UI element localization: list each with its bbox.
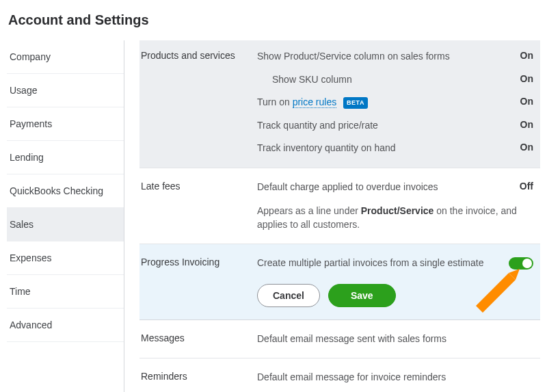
setting-desc: Turn on price rules BETA [257, 96, 499, 109]
section-label: Progress Invoicing [139, 257, 257, 307]
setting-row: Track inventory quantity on hand On [257, 142, 533, 155]
setting-desc: Default email message sent with sales fo… [257, 332, 533, 346]
setting-row: Track quantity and price/rate On [257, 119, 533, 133]
section-label: Late fees [139, 181, 257, 231]
sidebar-item-company[interactable]: Company [7, 40, 124, 74]
setting-desc: Create multiple partial invoices from a … [257, 257, 502, 270]
section-late-fees[interactable]: Late fees Default charge applied to over… [139, 168, 540, 244]
setting-state: On [499, 142, 533, 153]
settings-sidebar: Company Usage Payments Lending QuickBook… [7, 40, 124, 392]
sidebar-item-expenses[interactable]: Expenses [7, 241, 124, 275]
cancel-button[interactable]: Cancel [257, 284, 320, 307]
section-reminders[interactable]: Reminders Default email message for invo… [139, 358, 540, 392]
section-messages[interactable]: Messages Default email message sent with… [139, 320, 540, 359]
setting-desc: Default charge applied to overdue invoic… [257, 181, 499, 194]
section-label: Messages [139, 332, 257, 346]
section-products-services[interactable]: Products and services Show Product/Servi… [139, 40, 540, 168]
setting-state: On [499, 96, 533, 107]
setting-row: Default email message sent with sales fo… [257, 332, 533, 346]
sidebar-item-usage[interactable]: Usage [7, 74, 124, 107]
setting-state: Off [499, 181, 533, 192]
sidebar-item-advanced[interactable]: Advanced [7, 309, 124, 342]
sidebar-item-quickbooks-checking[interactable]: QuickBooks Checking [7, 174, 124, 208]
page-title: Account and Settings [8, 12, 540, 28]
setting-row: Show SKU column On [257, 73, 533, 87]
setting-subtext: Appears as a line under Product/Service … [257, 204, 533, 232]
setting-row: Turn on price rules BETA On [257, 96, 533, 109]
sidebar-item-time[interactable]: Time [7, 275, 124, 309]
setting-row: Default charge applied to overdue invoic… [257, 181, 533, 194]
beta-badge: BETA [343, 97, 368, 109]
save-button[interactable]: Save [328, 284, 396, 307]
setting-row: Show Product/Service column on sales for… [257, 50, 533, 64]
section-label: Products and services [139, 50, 257, 155]
price-rules-link[interactable]: price rules [293, 96, 337, 108]
setting-state: On [499, 50, 533, 61]
setting-desc: Default email message for invoice remind… [257, 371, 533, 384]
setting-desc: Show Product/Service column on sales for… [257, 50, 499, 64]
setting-row: Create multiple partial invoices from a … [257, 257, 533, 270]
setting-desc: Track quantity and price/rate [257, 119, 499, 133]
toggle-knob [522, 259, 532, 268]
setting-state: On [499, 119, 533, 130]
section-progress-invoicing: Progress Invoicing Create multiple parti… [139, 244, 540, 320]
setting-desc: Track inventory quantity on hand [257, 142, 499, 155]
setting-state: On [499, 73, 533, 84]
section-label: Reminders [139, 371, 257, 384]
sidebar-item-sales[interactable]: Sales [7, 208, 124, 241]
sidebar-item-lending[interactable]: Lending [7, 141, 124, 174]
progress-invoicing-toggle[interactable] [509, 257, 533, 270]
setting-row: Default email message for invoice remind… [257, 371, 533, 384]
sidebar-item-payments[interactable]: Payments [7, 107, 124, 141]
setting-desc: Show SKU column [257, 73, 499, 87]
